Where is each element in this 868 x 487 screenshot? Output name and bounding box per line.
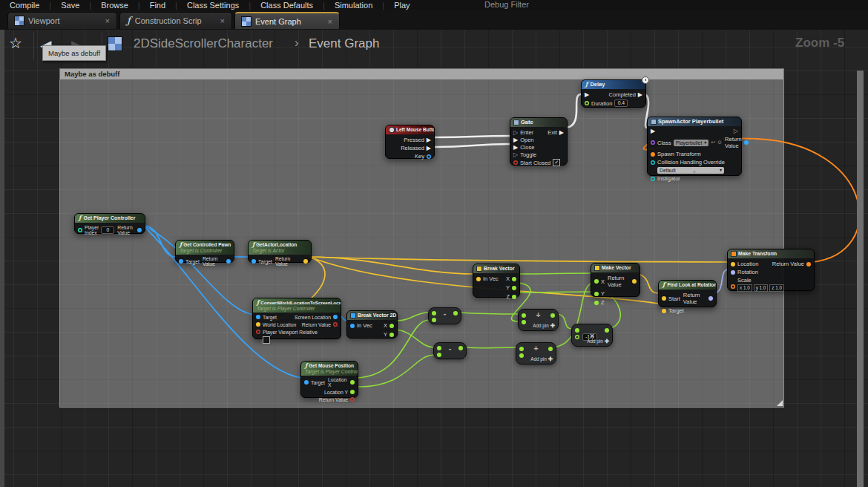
x-pin[interactable] (389, 324, 394, 328)
exec-in-pin[interactable]: ▶ (651, 128, 655, 134)
output-pin[interactable] (548, 347, 553, 351)
menu-browse[interactable]: Browse (91, 1, 138, 10)
input-b-pin[interactable] (575, 335, 579, 339)
pressed-exec-pin[interactable]: ▶ (427, 137, 431, 143)
tab-construction-script[interactable]: ƒ Construction Scrip × (119, 12, 232, 29)
x-pin[interactable] (512, 277, 516, 281)
exec-in-pin[interactable]: ▶ (585, 92, 589, 98)
scale-y-input[interactable]: y 1.0 (754, 284, 769, 292)
input-b-pin[interactable] (432, 318, 436, 322)
output-pin[interactable] (453, 311, 458, 316)
break-vector-2d-node[interactable]: Break Vector 2D In Vec X Y (346, 310, 398, 339)
convert-world-to-screen-node[interactable]: ƒ ConvertWorldLocationToScreenLocationTa… (252, 298, 341, 339)
add-node[interactable]: + Add pin✚ (518, 309, 559, 331)
make-vector-node[interactable]: Make Vector X Return Value Y Z (591, 263, 640, 297)
menu-save[interactable]: Save (51, 1, 89, 10)
scale-pin[interactable] (731, 284, 735, 289)
scale-z-input[interactable]: z 1.0 (769, 284, 784, 292)
return-value-pin[interactable] (632, 279, 637, 284)
return-value-pin[interactable] (333, 322, 338, 327)
class-dropdown[interactable]: Playerbullet▾ (674, 140, 709, 146)
menu-class-settings[interactable]: Class Settings (177, 1, 249, 10)
add-node[interactable]: + Add pin✚ (516, 342, 556, 365)
world-location-pin[interactable] (256, 322, 260, 327)
close-exec-pin[interactable]: ▶ (513, 145, 518, 151)
return-value-pin[interactable] (806, 262, 811, 267)
input-a-pin[interactable] (519, 347, 524, 351)
multiply-node[interactable]: × -1.0 Add pin✚ (571, 324, 613, 347)
y-pin[interactable] (594, 292, 599, 296)
comment-title[interactable]: Maybe as debuff (59, 68, 784, 79)
collision-pin[interactable] (651, 160, 655, 165)
player-index-pin[interactable] (78, 228, 82, 232)
menu-compile[interactable]: Compile (0, 1, 49, 10)
screen-location-pin[interactable] (333, 315, 338, 319)
find-look-at-rotation-node[interactable]: ƒFind Look at Rotation Start Return Valu… (658, 280, 717, 307)
return-value-pin[interactable] (744, 140, 749, 145)
input-b-pin[interactable] (519, 353, 524, 358)
menu-simulation[interactable]: Simulation (325, 1, 382, 10)
input-a-pin[interactable] (575, 328, 579, 333)
key-pin[interactable] (427, 154, 431, 159)
duration-input[interactable]: 0.4 (614, 99, 628, 107)
get-actor-location-node[interactable]: ƒ GetActorLocationTarget is Actor Target… (248, 240, 312, 263)
menu-find[interactable]: Find (140, 1, 175, 10)
spawnactor-node[interactable]: SpawnActor Playerbullet ▶ ▷ Class Player… (647, 117, 742, 176)
target-pin[interactable] (662, 309, 666, 313)
output-pin[interactable] (458, 346, 463, 350)
enter-exec-pin[interactable]: ▷ (513, 130, 518, 136)
input-a-pin[interactable] (432, 311, 436, 316)
z-pin[interactable] (512, 295, 516, 299)
left-mouse-button-node[interactable]: Left Mouse Button Pressed▶ Released▶ Key (385, 125, 435, 159)
return-value-pin[interactable] (137, 228, 142, 232)
get-player-controller-node[interactable]: ƒGet Player Controller Player Index0 Ret… (74, 213, 145, 234)
input-a-pin[interactable] (522, 313, 526, 318)
return-value-pin[interactable] (708, 296, 713, 301)
menu-class-defaults[interactable]: Class Defaults (251, 1, 323, 10)
target-pin[interactable] (251, 259, 256, 264)
rotation-pin[interactable] (731, 270, 735, 275)
tab-construction-close-icon[interactable]: × (220, 16, 225, 25)
open-exec-pin[interactable]: ▶ (513, 137, 518, 143)
z-pin[interactable] (594, 301, 599, 305)
x-pin[interactable] (594, 279, 599, 284)
return-value-pin[interactable] (350, 397, 355, 402)
start-closed-checkbox[interactable]: ✓ (553, 159, 560, 166)
viewport-relative-pin[interactable] (256, 330, 260, 334)
gate-node[interactable]: Gate ▷Enter Exit▶ ▶Open ▶Close ▷Toggle S… (510, 117, 568, 166)
toggle-exec-pin[interactable]: ▷ (513, 152, 518, 158)
return-value-pin[interactable] (226, 259, 231, 264)
y-pin[interactable] (512, 286, 516, 290)
target-pin[interactable] (179, 259, 183, 264)
delay-node[interactable]: ƒDelay ▶ Completed▶ Duration0.4 (581, 79, 646, 108)
menu-play[interactable]: Play (384, 1, 419, 10)
location-y-pin[interactable] (350, 390, 355, 394)
add-pin-button[interactable]: Add pin✚ (587, 338, 609, 344)
viewport-relative-checkbox[interactable] (263, 336, 270, 344)
completed-exec-pin[interactable]: ▶ (638, 92, 642, 98)
tab-event-graph[interactable]: Event Graph × (234, 12, 340, 29)
class-pin[interactable] (651, 140, 655, 145)
add-pin-button[interactable]: Add pin✚ (530, 356, 553, 362)
browse-asset-icon[interactable]: ⊙ (717, 140, 722, 146)
location-pin[interactable] (731, 262, 735, 267)
break-vector-node[interactable]: Break Vector In Vec X Y Z (473, 264, 520, 298)
output-pin[interactable] (550, 313, 555, 318)
breadcrumb-parent[interactable]: 2DSideScrollerCharacter (134, 36, 273, 51)
location-x-pin[interactable] (350, 380, 355, 385)
right-scrollbar[interactable] (857, 71, 864, 487)
get-mouse-position-node[interactable]: ƒ Get Mouse PositionTarget is Player Con… (300, 361, 358, 398)
tab-event-graph-close-icon[interactable]: × (328, 17, 332, 26)
released-exec-pin[interactable]: ▶ (427, 146, 431, 151)
exit-exec-pin[interactable]: ▶ (559, 130, 564, 136)
tab-viewport-close-icon[interactable]: × (105, 16, 110, 25)
scale-x-input[interactable]: x 1.0 (737, 284, 752, 292)
return-value-pin[interactable] (303, 259, 308, 264)
y-pin[interactable] (389, 333, 394, 337)
player-index-input[interactable]: 0 (101, 226, 114, 234)
target-pin[interactable] (256, 315, 260, 319)
subtract-node[interactable]: - (428, 307, 461, 324)
in-vec-pin[interactable] (476, 277, 481, 281)
target-pin[interactable] (304, 380, 309, 385)
subtract-node[interactable]: - (433, 342, 467, 359)
